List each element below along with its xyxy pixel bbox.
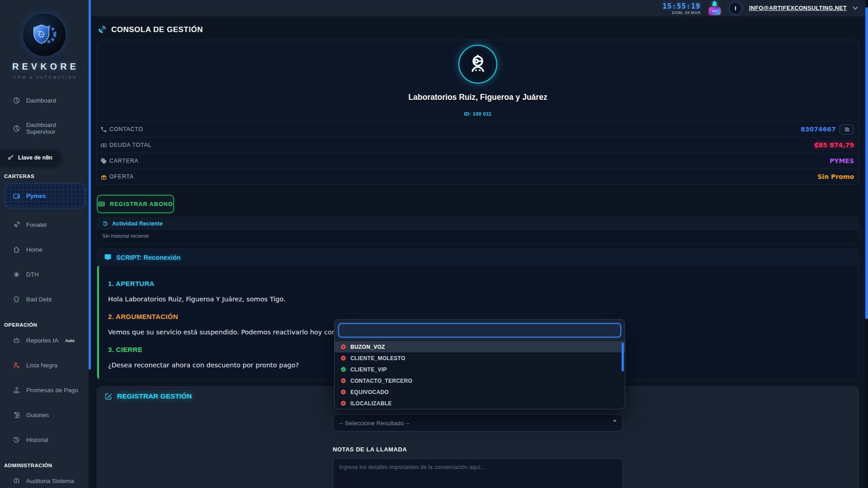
dropdown-scrollbar-thumb[interactable]	[622, 343, 624, 371]
sidebar-section-administracion: ADMINISTRACIÓN	[0, 455, 89, 472]
result-option-label: CLIENTE_MOLESTO	[350, 355, 406, 361]
script-title: SCRIPT: Reconexión	[116, 254, 181, 261]
user-avatar[interactable]: I	[729, 1, 742, 15]
client-info-rows: CONTACTO83074667DEUDA TOTAL₡85 874,79CAR…	[97, 121, 859, 184]
caret-up-icon	[613, 419, 617, 422]
n8n-key-label: Llave de n8n	[18, 155, 52, 161]
sidebar-item-historial[interactable]: Historial	[0, 431, 89, 449]
client-field-value: ₡85 874,79	[814, 141, 854, 149]
history-icon	[102, 221, 108, 227]
sidebar-item-guiones[interactable]: Guiones	[0, 406, 89, 424]
register-management-title: REGISTRAR GESTIÓN	[117, 392, 192, 400]
client-field-label: DEUDA TOTAL	[100, 142, 151, 149]
sidebar-item-promesas-de-pago[interactable]: Promesas de Pago	[0, 381, 89, 399]
sidebar-item-dth[interactable]: DTH	[0, 265, 89, 284]
clock-time: 15:55:19	[663, 3, 701, 10]
x-circle-icon	[340, 355, 346, 361]
client-field-label: OFERTA	[100, 174, 134, 180]
gift-icon	[100, 174, 107, 180]
sidebar-item-label: Bad Debt	[26, 296, 52, 303]
shield-gear-logo-icon	[30, 21, 58, 49]
sidebar-item-dashboard[interactable]: Dashboard	[0, 91, 89, 110]
result-option-label: ILOCALIZABLE	[350, 400, 392, 407]
x-circle-icon	[340, 344, 346, 350]
chat-icon	[104, 253, 112, 261]
result-option-label: EQUIVOCADO	[350, 389, 389, 395]
result-option-label: BUZON_VOZ	[350, 344, 385, 350]
brand-tagline: CRM & AUTOMATION	[0, 75, 89, 80]
script-section-body: Hola Laboratorios Ruiz, Figueroa Y Juáre…	[108, 296, 849, 303]
sidebar-item-label: DTH	[26, 271, 39, 278]
history-icon	[13, 436, 20, 444]
page-title-text: CONSOLA DE GESTIÓN	[111, 25, 203, 34]
result-option-equivocado[interactable]: EQUIVOCADO	[335, 386, 625, 398]
result-search-input[interactable]	[338, 323, 621, 338]
robot-icon	[13, 337, 20, 344]
result-option-ilocalizable[interactable]: ILOCALIZABLE	[335, 398, 625, 409]
app-root: REVKORE CRM & AUTOMATION DashboardDashbo…	[0, 0, 868, 488]
sidebar-item-lista-negra[interactable]: Lista Negra	[0, 356, 89, 375]
pencil-square-icon	[104, 392, 113, 400]
result-option-label: CLIENTE_VIP	[350, 366, 387, 373]
client-field-oferta: OFERTASin Promo	[97, 169, 859, 184]
sidebar-item-label: Lista Negra	[26, 362, 57, 369]
sidebar-item-pymes[interactable]: Pymes	[5, 183, 85, 208]
notifications-button[interactable]: 207	[708, 0, 722, 16]
phone-icon	[100, 126, 107, 133]
client-avatar	[458, 45, 497, 84]
client-field-value: 83074667	[801, 124, 854, 135]
call-notes-label: NOTAS DE LA LLAMADA	[333, 446, 623, 453]
pie-chart-icon	[13, 125, 20, 132]
tag-icon	[100, 158, 107, 164]
sidebar-section-carteras: CARTERAS	[0, 166, 89, 183]
scroll-icon	[13, 411, 20, 419]
recent-activity-panel: Actividad Reciente Sin historial recient…	[97, 217, 859, 243]
topbar: 15:55:19 DOM, 29 MAR 207 I INFO@ARTIFEXC…	[91, 0, 868, 16]
script-header: SCRIPT: Reconexión	[97, 249, 859, 266]
result-option-cliente-molesto[interactable]: CLIENTE_MOLESTO	[335, 352, 625, 364]
sidebar-item-fonatel[interactable]: Fonatel	[0, 216, 89, 234]
auto-badge: Auto	[65, 338, 75, 343]
sidebar-item-label: Promesas de Pago	[26, 387, 78, 394]
sidebar-item-bad-debt[interactable]: Bad Debt	[0, 290, 89, 309]
x-circle-icon	[340, 400, 346, 406]
n8n-key-button[interactable]: Llave de n8n	[0, 150, 61, 165]
sidebar-item-auditoria-sistema[interactable]: Auditoria Sistema	[0, 472, 89, 488]
chevron-down-icon[interactable]	[853, 5, 858, 9]
dish-icon	[13, 271, 20, 278]
client-field-cartera: CARTERAPYMES	[97, 153, 859, 169]
check-circle-icon	[340, 366, 346, 372]
sidebar-item-label: Auditoria Sistema	[26, 478, 74, 484]
clock: 15:55:19 DOM, 29 MAR	[663, 3, 701, 15]
account-email[interactable]: INFO@ARTIFEXCONSULTING.NET	[749, 5, 847, 11]
result-select[interactable]: -- Seleccione Resultado --	[333, 414, 623, 432]
sidebar-item-reportes-ia[interactable]: Reportes IAAuto	[0, 331, 89, 350]
result-option-contacto-tercero[interactable]: CONTACTO_TERCERO	[335, 375, 625, 386]
sidebar-item-label: Dashboard Supervisor	[26, 122, 85, 135]
sidebar-item-home[interactable]: Home	[0, 240, 89, 259]
cash-icon	[100, 142, 107, 149]
result-dropdown: BUZON_VOZCLIENTE_MOLESTOCLIENTE_VIPCONTA…	[334, 319, 625, 409]
result-option-buzon-voz[interactable]: BUZON_VOZ	[335, 341, 625, 352]
call-notes-textarea[interactable]	[333, 458, 623, 488]
result-option-label: CONTACTO_TERCERO	[350, 378, 412, 384]
sidebar: REVKORE CRM & AUTOMATION DashboardDashbo…	[0, 0, 89, 488]
sidebar-item-label: Dashboard	[26, 97, 56, 104]
register-payment-button[interactable]: REGISTRAR ABONO	[97, 195, 174, 213]
result-option-cliente-vip[interactable]: CLIENTE_VIP	[335, 364, 625, 375]
recent-activity-title: Actividad Reciente	[112, 221, 163, 227]
pie-chart-icon	[13, 97, 20, 104]
page-title: CONSOLA DE GESTIÓN	[97, 22, 859, 38]
satellite-dish-icon	[13, 221, 20, 229]
recent-activity-empty: Sin historial reciente	[97, 230, 859, 243]
sidebar-item-label: Fonatel	[26, 221, 47, 228]
brand-name: REVKORE	[0, 61, 89, 72]
sidebar-item-label: Guiones	[26, 412, 49, 418]
copy-phone-button[interactable]	[840, 124, 854, 135]
client-field-label: CARTERA	[100, 158, 138, 164]
page-scrollbar-thumb[interactable]	[865, 7, 868, 319]
sidebar-item-label: Historial	[26, 436, 48, 443]
brain-icon	[13, 477, 20, 485]
client-field-label: CONTACTO	[100, 126, 143, 133]
sidebar-item-dashboard-supervisor[interactable]: Dashboard Supervisor	[0, 116, 89, 141]
